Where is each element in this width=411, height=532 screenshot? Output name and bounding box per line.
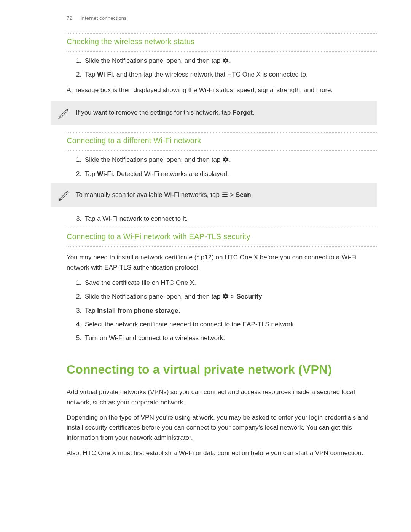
body-text: Add virtual private networks (VPNs) so y… [67,387,377,407]
settings-icon [222,293,229,300]
divider [67,150,377,151]
divider [67,246,377,247]
list-item: Tap Wi-Fi. Detected Wi-Fi networks are d… [83,169,377,179]
pencil-note-icon [57,106,70,120]
steps-list: Tap a Wi-Fi network to connect to it. [67,214,377,224]
chapter-title: Internet connections [81,15,127,21]
body-text: Depending on the type of VPN you're usin… [67,413,377,443]
body-text: A message box is then displayed showing … [67,85,377,95]
page-number: 72 [67,15,72,21]
steps-list: Slide the Notifications panel open, and … [67,155,377,179]
list-item: Slide the Notifications panel open, and … [83,56,377,66]
note-callout: To manually scan for available Wi-Fi net… [51,183,377,207]
body-text: You may need to install a network certif… [67,252,377,273]
list-item: Select the network certificate needed to… [83,320,377,329]
section-heading-connect-different: Connecting to a different Wi-Fi network [67,135,377,147]
body-text: Also, HTC One X must first establish a W… [67,448,377,458]
list-item: Tap a Wi-Fi network to connect to it. [83,214,377,224]
list-item: Tap Install from phone storage. [83,306,377,316]
list-item: Tap Wi-Fi, and then tap the wireless net… [83,70,377,80]
divider [67,33,377,34]
steps-list: Slide the Notifications panel open, and … [67,56,377,80]
settings-icon [222,57,229,64]
list-item: Slide the Notifications panel open, and … [83,155,377,165]
list-item: Turn on Wi-Fi and connect to a wireless … [83,333,377,343]
divider [67,51,377,52]
note-callout: If you want to remove the settings for t… [51,101,377,125]
section-heading-eap-tls: Connecting to a Wi-Fi network with EAP-T… [67,231,377,243]
pencil-note-icon [57,188,70,202]
section-heading-checking-status: Checking the wireless network status [67,36,377,48]
menu-icon [221,191,228,198]
settings-icon [222,156,229,163]
divider [67,228,377,228]
steps-list: Save the certificate file on HTC One X. … [67,278,377,343]
list-item: Slide the Notifications panel open, and … [83,292,377,302]
list-item: Save the certificate file on HTC One X. [83,278,377,288]
page-header: 72 Internet connections [67,14,377,22]
major-heading-vpn: Connecting to a virtual private network … [67,360,377,379]
divider [67,132,377,133]
